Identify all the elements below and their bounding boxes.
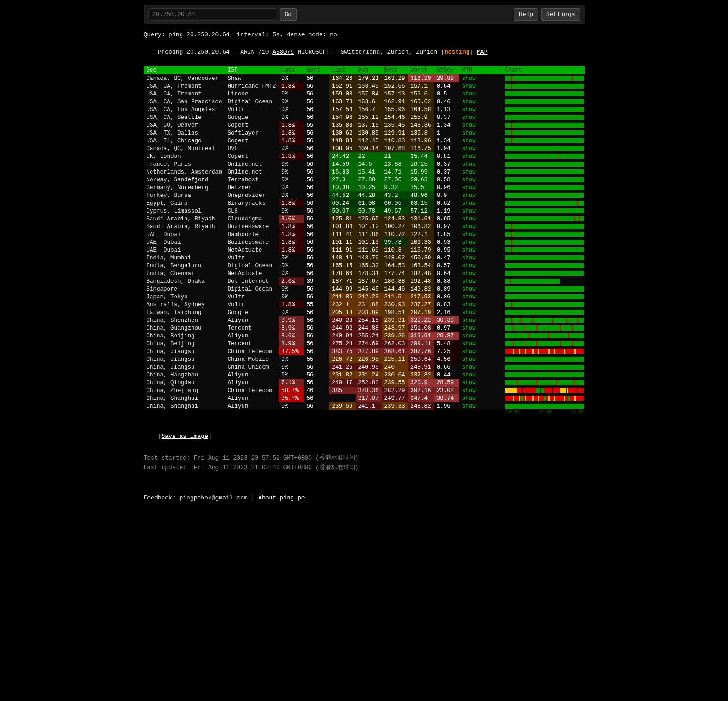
cell-chart <box>504 98 585 106</box>
about-link[interactable]: About ping.pe <box>258 494 305 501</box>
cell-last: 239.59 <box>329 402 356 410</box>
save-as-image-link[interactable]: Save as image <box>162 433 208 440</box>
mtr-show-link[interactable]: show <box>462 364 476 370</box>
cell-loss: 3.6% <box>279 332 304 340</box>
mtr-show-link[interactable]: show <box>462 146 476 152</box>
mtr-show-link[interactable]: show <box>462 107 476 113</box>
mtr-show-link[interactable]: show <box>462 380 476 386</box>
mtr-show-link[interactable]: show <box>462 317 476 324</box>
mtr-show-link[interactable]: show <box>462 348 476 355</box>
help-button[interactable]: Help <box>514 8 538 21</box>
mtr-show-link[interactable]: show <box>462 75 476 82</box>
mtr-show-link[interactable]: show <box>462 395 476 402</box>
table-row: Netherlands, AmsterdamOnline.net0%5615.8… <box>144 168 585 176</box>
cell-isp: Cogent <box>225 121 279 129</box>
cell-last: 240.94 <box>329 332 356 340</box>
mtr-show-link[interactable]: show <box>462 130 476 136</box>
go-button[interactable]: Go <box>280 8 297 21</box>
mtr-show-link[interactable]: show <box>462 247 476 253</box>
mtr-show-link[interactable]: show <box>462 91 476 97</box>
mtr-show-link[interactable]: show <box>462 341 476 347</box>
cell-avg: 50.78 <box>356 207 382 215</box>
cell-sent: 56 <box>304 176 329 184</box>
mtr-show-link[interactable]: show <box>462 185 476 191</box>
mtr-show-link[interactable]: show <box>462 278 476 285</box>
header-stdev[interactable]: StDev <box>434 66 459 74</box>
cell-loss: 0% <box>279 363 304 371</box>
mtr-show-link[interactable]: show <box>462 99 476 105</box>
mtr-show-link[interactable]: show <box>462 263 476 269</box>
cell-worst: 165.62 <box>408 98 434 106</box>
header-best[interactable]: Best <box>382 66 408 74</box>
cell-chart <box>504 332 585 340</box>
mtr-show-link[interactable]: show <box>462 122 476 129</box>
cell-worst: 149.82 <box>408 285 434 293</box>
cell-sent: 56 <box>304 254 329 262</box>
mtr-show-link[interactable]: show <box>462 231 476 238</box>
mtr-show-link[interactable]: show <box>462 239 476 246</box>
cell-avg: 274.69 <box>356 340 382 348</box>
cell-sent: 56 <box>304 230 329 238</box>
search-input[interactable] <box>148 8 277 21</box>
cell-last: 50.07 <box>329 207 356 215</box>
cell-geo: USA, CO, Denver <box>144 121 225 129</box>
header-sent[interactable]: Sent <box>304 66 329 74</box>
mtr-show-link[interactable]: show <box>462 302 476 308</box>
mtr-show-link[interactable]: show <box>462 208 476 214</box>
cell-sent: 56 <box>304 262 329 269</box>
mtr-show-link[interactable]: show <box>462 333 476 339</box>
header-worst[interactable]: Worst <box>408 66 434 74</box>
cell-worst: 29.63 <box>408 176 434 184</box>
mtr-show-link[interactable]: show <box>462 403 476 409</box>
mtr-show-link[interactable]: show <box>462 192 476 199</box>
cell-worst: 57.12 <box>408 207 434 215</box>
mtr-show-link[interactable]: show <box>462 216 476 222</box>
header-geo[interactable]: Geo <box>144 66 225 74</box>
mtr-show-link[interactable]: show <box>462 270 476 277</box>
cell-loss: 58.7% <box>279 387 304 394</box>
header-isp[interactable]: ISP <box>225 66 279 74</box>
header-avg[interactable]: Avg <box>356 66 382 74</box>
cell-last: 385 <box>329 387 356 394</box>
mtr-show-link[interactable]: show <box>462 294 476 300</box>
cell-geo: China, Beijing <box>144 340 225 348</box>
cell-avg: 10.25 <box>356 184 382 191</box>
settings-button[interactable]: Settings <box>541 8 580 21</box>
mtr-show-link[interactable]: show <box>462 255 476 261</box>
mtr-show-link[interactable]: show <box>462 161 476 168</box>
mtr-show-link[interactable]: show <box>462 177 476 183</box>
cell-isp: NetActuate <box>225 246 279 254</box>
right-buttons: Help Settings <box>514 8 580 21</box>
mtr-show-link[interactable]: show <box>462 372 476 378</box>
map-link[interactable]: MAP <box>477 49 487 56</box>
header-last[interactable]: Last <box>329 66 356 74</box>
cell-chart <box>504 176 585 184</box>
cell-geo: China, Hangzhou <box>144 371 225 379</box>
mtr-show-link[interactable]: show <box>462 114 476 121</box>
cell-stdev: 0.96 <box>434 184 459 191</box>
mtr-show-link[interactable]: show <box>462 356 476 363</box>
cell-sent: 56 <box>304 184 329 191</box>
mtr-show-link[interactable]: show <box>462 325 476 331</box>
cell-geo: Cyprus, Limassol <box>144 207 225 215</box>
chart-bar <box>505 240 584 245</box>
cell-last: 135.88 <box>329 121 356 129</box>
asn-link[interactable]: AS8075 <box>272 49 294 56</box>
probe-line: Probing 20.250.20.64 — ARIN /10 AS8075 M… <box>144 42 585 62</box>
mtr-show-link[interactable]: show <box>462 153 476 160</box>
cell-isp: China Mobile <box>225 355 279 363</box>
mtr-show-link[interactable]: show <box>462 387 476 394</box>
cell-geo: China, Qingdao <box>144 379 225 387</box>
mtr-show-link[interactable]: show <box>462 169 476 175</box>
header-loss[interactable]: Loss <box>279 66 304 74</box>
cell-isp: Bamboozle <box>225 230 279 238</box>
mtr-show-link[interactable]: show <box>462 286 476 292</box>
mtr-show-link[interactable]: show <box>462 224 476 230</box>
chart-bar <box>505 115 584 120</box>
mtr-show-link[interactable]: show <box>462 309 476 316</box>
cell-stdev: 0.64 <box>434 269 459 277</box>
mtr-show-link[interactable]: show <box>462 83 476 90</box>
mtr-show-link[interactable]: show <box>462 138 476 144</box>
mtr-show-link[interactable]: show <box>462 200 476 207</box>
cell-chart <box>504 324 585 332</box>
